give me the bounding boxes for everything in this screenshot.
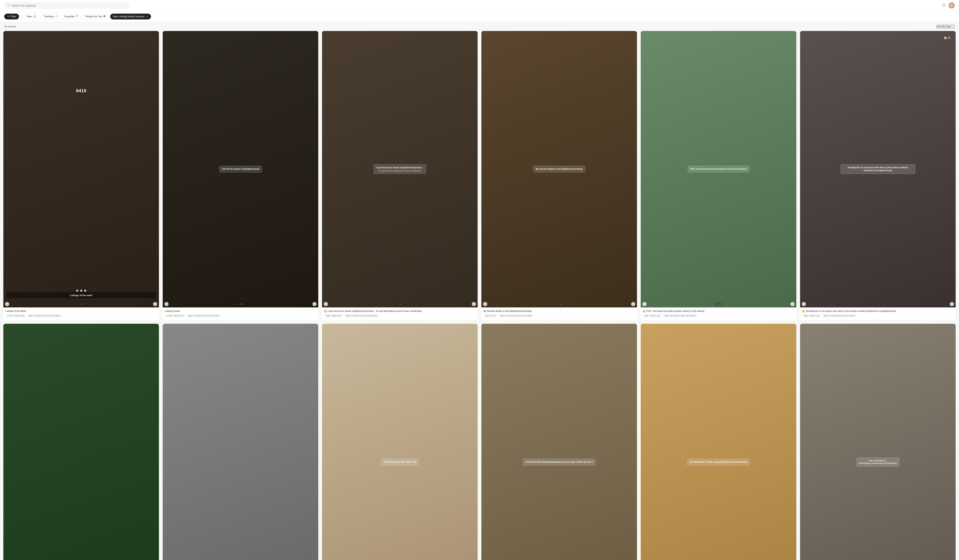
card-luxury-new-construction[interactable]: THE CATEGORY IS...[luxury] [new construc…: [800, 324, 956, 560]
card-neighbors[interactable]: "I'm looking for a place where my neighb…: [163, 324, 318, 560]
nav-count: 1 / 10: [397, 302, 403, 305]
search-icon: [7, 3, 10, 7]
card-image: My favorite details in this Neighborhood…: [481, 31, 637, 307]
nav-count: 1 / 5: [78, 302, 84, 305]
heart-icon: [76, 15, 78, 18]
card-bungalow[interactable]: I think this [City Name] [Bungalow] has …: [481, 324, 637, 560]
card-navigation: ‹ 1 / 10 ›: [322, 302, 478, 306]
card-tags: FEED POST NEW LISTING/LISTING FEATURES: [483, 314, 635, 317]
card-mid-century[interactable]: 🏠✨ Sending this to my buyers who want a …: [800, 31, 956, 320]
tag: REEL TEMPLATE: [643, 314, 662, 317]
card-image: THE CATEGORY IS...[luxury] [new construc…: [800, 324, 956, 560]
results-bar: 30 Results Sort By Date: [0, 22, 959, 31]
next-arrow[interactable]: ›: [153, 302, 157, 306]
next-arrow[interactable]: ›: [312, 302, 317, 306]
card-image: I think this [City Name] [Bungalow] has …: [481, 324, 637, 560]
search-container[interactable]: [4, 2, 130, 9]
filter-picked-label: Picked For You: [85, 15, 102, 18]
prev-arrow[interactable]: ‹: [642, 302, 647, 306]
card-christmas-townhome[interactable]: For Christmas? I'll take a [quaint] [Cit…: [641, 324, 796, 560]
card-navigation: ‹ 1 / 5 ›: [3, 302, 159, 306]
tag: NEW LISTING/LISTING FEATURES: [499, 314, 534, 317]
card-body: 🏡 I just found your dream [neighborhood]…: [322, 307, 478, 320]
filter-separator: |: [21, 14, 22, 19]
content-grid: 8415 🏠🏠🏠 Listings of the week ‹ 1 / 5 › …: [0, 31, 959, 560]
filter-label: Filter: [11, 15, 16, 18]
next-arrow[interactable]: ›: [950, 302, 954, 306]
card-body: 🏡 Sending this to my buyers who want a […: [800, 307, 956, 320]
filter-picked-for-you-button[interactable]: Picked For You: [83, 14, 109, 20]
card-image: "I'm looking for a place where my neighb…: [163, 324, 318, 560]
prev-arrow[interactable]: ‹: [5, 302, 9, 306]
tag: REEL TEMPLATE: [324, 314, 343, 317]
card-image: POV: You found the perfect [starter home…: [641, 31, 796, 307]
sort-by-date-button[interactable]: Sort By Date: [937, 25, 955, 29]
card-overlay-box: I just found your dream [neighborhood] h…: [374, 164, 426, 174]
card-image: 🏠✨ Sending this to my buyers who want a …: [800, 31, 956, 307]
tag: NEW LISTING/LISTING FEATURES: [822, 314, 857, 317]
tag: FEED POST: [483, 314, 498, 317]
card-title: Listing preview: [165, 310, 316, 313]
card-overlay-box: Just hit the market in [Neighborhood]: [219, 166, 262, 172]
sort-label: Sort By Date: [937, 25, 951, 28]
card-listing-preview[interactable]: Just hit the market in [Neighborhood] ‹ …: [163, 31, 318, 320]
svg-point-0: [8, 4, 10, 6]
card-overlay-box: Sending this to my buyers who want a [mi…: [841, 164, 916, 174]
card-title: Listings of the Week: [5, 310, 157, 313]
nav-count: 1 / 10: [715, 302, 722, 305]
card-tags: REEL TEMPLATE NEW LISTING/LISTING FEATUR…: [643, 314, 794, 317]
card-neighborhood-listing[interactable]: My favorite details in this Neighborhood…: [481, 31, 637, 320]
next-arrow[interactable]: ›: [631, 302, 635, 306]
filter-favorites-label: Favorites: [64, 15, 75, 18]
card-overlay-box: I think this [City Name] [Bungalow] has …: [523, 459, 596, 465]
card-overlay-box: POV: You found the perfect [starter home…: [688, 166, 749, 172]
card-nice-list[interactable]: This one goes on the "Nice" list: [322, 324, 478, 560]
prev-arrow[interactable]: ‹: [324, 302, 328, 306]
avatar[interactable]: H: [948, 2, 955, 9]
picked-icon: [103, 15, 106, 18]
card-tags: REEL TEMPLATE NEW LISTING/LISTING FEATUR…: [802, 314, 954, 317]
prev-arrow[interactable]: ‹: [164, 302, 169, 306]
top-bar-right: H: [942, 2, 955, 9]
search-input[interactable]: [12, 4, 127, 7]
trending-icon: [55, 15, 57, 18]
card-title: My favorite details in this [Neighborhoo…: [483, 310, 635, 313]
card-dream-home[interactable]: I just found your dream [neighborhood] h…: [322, 31, 478, 320]
card-title: 🏡 Sending this to my buyers who want a […: [802, 310, 954, 313]
card-overlay-box: My favorite details in this Neighborhood…: [533, 166, 585, 172]
tag: NEW LISTING/LISTING FEATURES: [186, 314, 221, 317]
next-arrow[interactable]: ›: [472, 302, 476, 306]
filter-trending-button[interactable]: Trending: [41, 14, 60, 20]
tag: NEW LISTING/LISTING FEATURES: [27, 314, 62, 317]
results-count: 30 Results: [4, 25, 16, 28]
filter-new-button[interactable]: New 17: [24, 13, 39, 20]
card-body: My favorite details in this [Neighborhoo…: [481, 307, 637, 320]
card-tags: STORY TEMPLATE NEW LISTING/LISTING FEATU…: [165, 314, 316, 317]
filter-button[interactable]: Filter: [4, 14, 19, 19]
card-listings-of-week[interactable]: 8415 🏠🏠🏠 Listings of the week ‹ 1 / 5 › …: [3, 31, 159, 320]
top-bar: H: [0, 0, 959, 11]
card-title: 🏡 POV: You found the perfect [starter ho…: [643, 310, 794, 313]
chip-close-icon[interactable]: ✕: [147, 15, 148, 18]
card-image: I just found your dream [neighborhood] h…: [322, 31, 478, 307]
card-overlay-text: Listings of the week: [6, 292, 156, 298]
card-tags: STORY TEMPLATE NEW LISTING/LISTING FEATU…: [5, 314, 157, 317]
card-overlay-box: THE CATEGORY IS...[luxury] [new construc…: [856, 457, 899, 466]
notification-bell-icon[interactable]: [942, 3, 946, 8]
filter-new-listing-chip[interactable]: New Listing/Listing Features ✕: [110, 14, 151, 19]
card-tags: REEL TEMPLATE NEW LISTING/LISTING FEATUR…: [324, 314, 476, 317]
next-arrow[interactable]: ›: [790, 302, 795, 306]
tag: NEW LISTING/LISTING FEATURES: [663, 314, 698, 317]
card-pov-starter-home[interactable]: POV: You found the perfect [starter home…: [641, 31, 796, 320]
card-image: 8415 🏠🏠🏠 Listings of the week ‹ 1 / 5 ›: [3, 31, 159, 307]
prev-arrow[interactable]: ‹: [483, 302, 487, 306]
tag: STORY TEMPLATE: [5, 314, 26, 317]
tag: STORY TEMPLATE: [165, 314, 185, 317]
card-new-construction[interactable]: "What [new construction] homes can you s…: [3, 324, 159, 560]
prev-arrow[interactable]: ‹: [802, 302, 806, 306]
filter-new-label: New: [27, 15, 32, 18]
filter-favorites-button[interactable]: Favorites: [62, 14, 81, 20]
card-navigation: ‹ 1 / 8 ›: [163, 302, 318, 306]
tag: REEL TEMPLATE: [802, 314, 821, 317]
card-overlay-box: This one goes on the "Nice" list: [381, 459, 418, 465]
